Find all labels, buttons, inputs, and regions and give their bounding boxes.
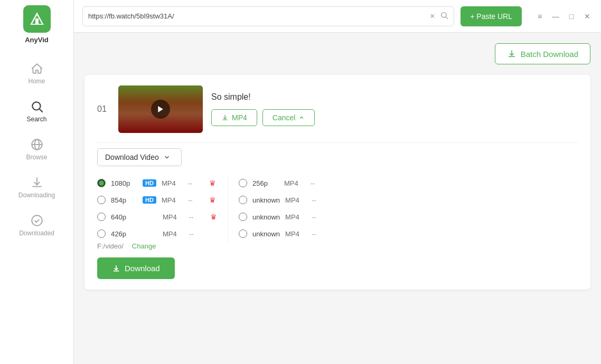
cancel-label: Cancel <box>273 113 296 122</box>
format-854p: MP4 <box>162 196 183 204</box>
svg-point-8 <box>32 215 42 226</box>
batch-download-icon <box>507 49 517 59</box>
format-1080p: MP4 <box>162 179 183 187</box>
clear-url-button[interactable]: × <box>429 11 436 22</box>
quality-radio-426p[interactable] <box>97 229 106 238</box>
quality-radio-854p[interactable] <box>97 196 106 204</box>
video-number: 01 <box>97 104 110 114</box>
sidebar-item-home[interactable]: Home <box>0 54 73 92</box>
svg-rect-2 <box>35 18 39 24</box>
menu-button[interactable]: ≡ <box>534 11 545 22</box>
video-info: So simple! MP4 Cancel <box>211 92 578 126</box>
video-header: 01 So simple! <box>97 85 578 133</box>
sidebar-label-home: Home <box>28 78 45 85</box>
quality-columns: 1080p HD MP4 -- ♛ 854p HD MP4 -- <box>97 175 578 242</box>
cancel-button[interactable]: Cancel <box>262 109 315 126</box>
batch-area: Batch Download <box>84 43 590 64</box>
quality-value-unknown-2: unknown <box>252 213 280 221</box>
svg-marker-11 <box>158 106 163 112</box>
browse-icon <box>30 138 44 151</box>
quality-row-426p: 426p MP4 -- <box>97 225 217 242</box>
quality-row-256p: 256p MP4 -- <box>239 175 327 191</box>
quality-row-unknown-1: unknown MP4 -- <box>239 191 327 208</box>
quality-radio-unknown-3[interactable] <box>239 229 247 238</box>
quality-radio-256p[interactable] <box>239 179 247 187</box>
paste-url-button[interactable]: + Paste URL <box>461 6 522 26</box>
quality-value-426p: 426p <box>111 230 137 238</box>
url-input[interactable] <box>88 12 425 20</box>
content-area: Batch Download 01 So simple! <box>74 33 601 364</box>
video-card: 01 So simple! <box>84 75 590 290</box>
close-button[interactable]: ✕ <box>582 11 593 22</box>
quality-radio-unknown-1[interactable] <box>239 196 247 204</box>
svg-point-9 <box>442 13 446 17</box>
quality-value-854p: 854p <box>111 196 137 204</box>
svg-line-4 <box>39 109 42 112</box>
sidebar-label-search: Search <box>26 116 46 123</box>
sidebar-label-downloaded: Downloaded <box>19 229 54 237</box>
format-426p: MP4 <box>163 230 184 238</box>
path-row: F:/video/ Change <box>97 242 578 250</box>
download-type-dropdown[interactable]: Download Video <box>97 148 182 166</box>
downloaded-icon <box>30 214 44 227</box>
minimize-button[interactable]: — <box>550 11 561 22</box>
quality-radio-640p[interactable] <box>97 213 106 221</box>
dropdown-chevron-icon <box>163 154 171 161</box>
app-logo-icon <box>23 5 51 33</box>
sidebar-item-downloaded[interactable]: Downloaded <box>0 206 73 244</box>
topbar: × + Paste URL ≡ — □ ✕ <box>74 0 601 33</box>
quality-value-unknown-3: unknown <box>252 230 280 238</box>
main-area: × + Paste URL ≡ — □ ✕ <box>74 0 601 364</box>
window-controls: ≡ — □ ✕ <box>534 11 593 22</box>
format-640p: MP4 <box>163 213 184 221</box>
quality-radio-unknown-2[interactable] <box>239 213 247 221</box>
mp4-label: MP4 <box>232 113 247 122</box>
quality-row-640p: 640p MP4 -- ♛ <box>97 208 217 225</box>
download-icon <box>112 264 120 273</box>
format-unknown-1: MP4 <box>285 196 306 204</box>
batch-download-label: Batch Download <box>521 50 578 59</box>
sidebar-label-browse: Browse <box>26 154 47 161</box>
sidebar-item-downloading[interactable]: Downloading <box>0 168 73 206</box>
format-unknown-2: MP4 <box>285 213 306 221</box>
app-name: AnyVid <box>25 36 49 44</box>
quality-row-unknown-3: unknown MP4 -- <box>239 225 327 242</box>
play-button-overlay[interactable] <box>151 100 170 119</box>
size-unknown-3: -- <box>312 230 327 238</box>
video-title: So simple! <box>211 92 578 102</box>
quality-row-1080p: 1080p HD MP4 -- ♛ <box>97 175 217 191</box>
download-options: Download Video 1080p HD MP4 <box>97 148 578 279</box>
maximize-button[interactable]: □ <box>566 11 577 22</box>
hd-badge-1080p: HD <box>143 179 156 187</box>
chevron-up-icon <box>298 114 305 121</box>
hd-badge-854p: HD <box>143 196 156 204</box>
quality-value-unknown-1: unknown <box>252 196 280 204</box>
quality-radio-1080p[interactable] <box>97 179 106 187</box>
download-button[interactable]: Download <box>97 257 175 279</box>
sidebar-item-search[interactable]: Search <box>0 92 73 130</box>
size-256p: -- <box>311 179 326 187</box>
size-426p: -- <box>189 230 205 238</box>
search-url-button[interactable] <box>440 11 448 21</box>
quality-value-640p: 640p <box>111 213 137 221</box>
home-icon <box>30 62 44 75</box>
video-thumbnail[interactable] <box>118 85 203 133</box>
quality-col-left: 1080p HD MP4 -- ♛ 854p HD MP4 -- <box>97 175 228 242</box>
sidebar-item-browse[interactable]: Browse <box>0 130 73 168</box>
quality-row-unknown-2: unknown MP4 -- <box>239 208 327 225</box>
change-path-button[interactable]: Change <box>132 242 156 250</box>
dropdown-row: Download Video <box>97 148 578 166</box>
sidebar: AnyVid Home Search Browse Downloading <box>0 0 74 364</box>
dropdown-label: Download Video <box>105 153 159 161</box>
downloading-icon <box>30 176 44 189</box>
search-icon <box>30 100 44 113</box>
divider <box>97 142 578 143</box>
mp4-button[interactable]: MP4 <box>211 109 257 126</box>
batch-download-button[interactable]: Batch Download <box>495 43 590 64</box>
size-640p: -- <box>189 213 205 221</box>
search-url-icon <box>440 11 448 20</box>
svg-line-10 <box>446 17 448 19</box>
quality-row-854p: 854p HD MP4 -- ♛ <box>97 191 217 208</box>
size-unknown-1: -- <box>312 196 327 204</box>
premium-icon-640p: ♛ <box>210 213 217 221</box>
